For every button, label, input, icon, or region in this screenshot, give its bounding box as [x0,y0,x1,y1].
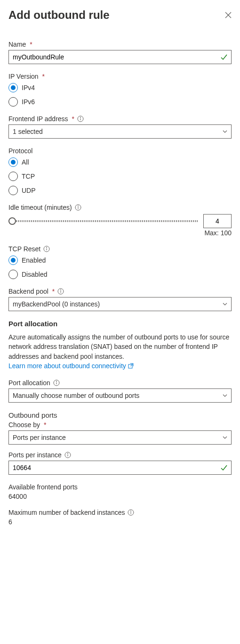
port-allocation-title: Port allocation [8,320,232,328]
protocol-tcp[interactable]: TCP [8,172,232,181]
idle-timeout-max: Max: 100 [8,229,232,237]
port-allocation-help: Azure automatically assigns the number o… [8,332,232,371]
svg-point-4 [80,117,81,118]
idle-timeout-input[interactable] [203,214,232,228]
info-icon[interactable] [75,204,81,211]
tcp-reset-label: TCP Reset [8,245,232,253]
ip-version-ipv4[interactable]: IPv4 [8,83,232,92]
info-icon[interactable] [57,288,64,295]
svg-line-15 [130,363,133,366]
close-icon[interactable] [225,12,232,18]
svg-point-13 [61,290,61,290]
select-value: Ports per instance [13,434,66,441]
available-ports-label: Available frontend ports [8,483,232,491]
info-icon[interactable] [64,452,71,458]
frontend-ip-label: Frontend IP address* [8,115,232,123]
available-ports-value: 64000 [8,493,232,500]
info-icon[interactable] [77,116,84,122]
choose-by-label: Choose by* [8,421,232,429]
radio-label: IPv6 [22,98,35,106]
select-value: Manually choose number of outbound ports [13,392,139,399]
radio-icon [8,83,18,92]
max-instances-value: 6 [8,518,232,526]
select-value: 1 selected [13,128,43,135]
svg-point-24 [131,511,131,512]
slider-thumb[interactable] [8,217,16,225]
tcp-reset-enabled[interactable]: Enabled [8,256,232,265]
select-value: myBackendPool (0 instances) [13,300,100,308]
choose-by-select[interactable]: Ports per instance [8,430,232,445]
ip-version-ipv6[interactable]: IPv6 [8,97,232,107]
radio-label: Enabled [22,256,46,264]
svg-point-7 [78,206,78,206]
backend-pool-label: Backend pool* [8,288,232,295]
outbound-ports-title: Outbound ports [8,411,232,419]
radio-label: All [22,158,29,166]
radio-label: UDP [22,187,36,194]
svg-point-18 [56,381,56,382]
radio-icon [8,97,18,107]
idle-timeout-slider[interactable] [8,216,198,226]
svg-point-10 [47,248,47,248]
ip-version-label: IP Version* [8,73,232,80]
info-icon[interactable] [43,246,50,252]
external-link-icon [128,363,134,369]
panel-title: Add outbound rule [8,8,110,22]
frontend-ip-select[interactable]: 1 selected [8,124,232,139]
radio-label: TCP [22,173,35,180]
radio-icon [8,172,18,181]
backend-pool-select[interactable]: myBackendPool (0 instances) [8,297,232,311]
radio-label: Disabled [22,271,47,278]
radio-icon [8,256,18,265]
svg-point-21 [67,454,68,454]
ports-per-instance-label: Ports per instance [8,451,232,459]
idle-timeout-label: Idle timeout (minutes) [8,204,232,211]
protocol-label: Protocol [8,147,232,155]
tcp-reset-disabled[interactable]: Disabled [8,270,232,279]
checkmark-icon [220,464,228,471]
radio-icon [8,157,18,167]
name-label: Name* [8,41,232,48]
name-input[interactable] [8,50,232,64]
ports-per-instance-input[interactable] [8,461,232,475]
port-allocation-select[interactable]: Manually choose number of outbound ports [8,388,232,403]
protocol-udp[interactable]: UDP [8,186,232,195]
radio-icon [8,186,18,195]
radio-label: IPv4 [22,84,35,91]
max-instances-label: Maximum number of backend instances [8,509,232,516]
radio-icon [8,270,18,279]
slider-track [8,220,198,222]
checkmark-icon [220,53,228,61]
info-icon[interactable] [128,509,134,516]
outbound-connectivity-link[interactable]: Learn more about outbound connectivity [8,361,134,371]
protocol-all[interactable]: All [8,157,232,167]
info-icon[interactable] [53,380,60,386]
port-allocation-label: Port allocation [8,379,232,387]
